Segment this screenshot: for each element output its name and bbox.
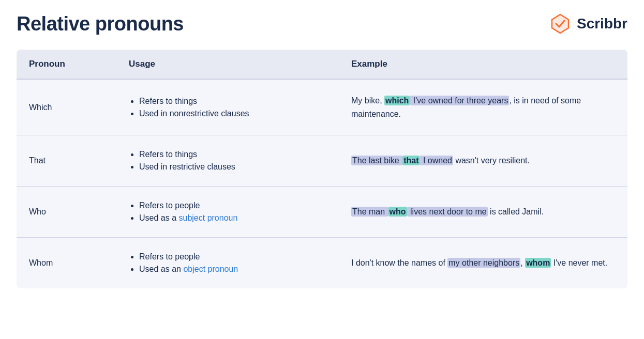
logo-area: Scribbr bbox=[549, 12, 627, 35]
col-header-usage: Usage bbox=[116, 50, 339, 79]
table-row: That Refers to things Used in restrictiv… bbox=[17, 135, 627, 187]
table-row: Which Refers to things Used in nonrestri… bbox=[17, 79, 627, 135]
table-row: Whom Refers to people Used as an object … bbox=[17, 238, 627, 289]
table-header: Pronoun Usage Example bbox=[17, 50, 627, 79]
usage-item: Used as an object pronoun bbox=[139, 265, 326, 274]
header: Relative pronouns Scribbr bbox=[17, 12, 627, 35]
usage-item: Used as a subject pronoun bbox=[139, 213, 326, 223]
usage-item: Refers to people bbox=[139, 252, 326, 261]
highlight-who: who bbox=[388, 207, 407, 217]
usage-who: Refers to people Used as a subject prono… bbox=[116, 187, 339, 238]
highlight-clause-that-2: I owned bbox=[420, 156, 453, 165]
usage-whom: Refers to people Used as an object prono… bbox=[116, 238, 339, 289]
usage-item: Refers to things bbox=[139, 97, 326, 106]
highlight-clause-that-1: The last bike bbox=[351, 156, 402, 165]
usage-item: Used in restrictive clauses bbox=[139, 162, 326, 172]
example-which: My bike, which I've owned for three year… bbox=[339, 79, 627, 135]
highlight-which: which bbox=[384, 96, 410, 105]
example-who: The man who lives next door to me is cal… bbox=[339, 187, 627, 238]
col-header-example: Example bbox=[339, 50, 627, 79]
example-whom: I don't know the names of my other neigh… bbox=[339, 238, 627, 289]
pronoun-which: Which bbox=[17, 79, 116, 135]
pronoun-who: Who bbox=[17, 187, 116, 238]
scribbr-logo-icon bbox=[549, 12, 572, 35]
pronoun-that: That bbox=[17, 135, 116, 187]
usage-item: Refers to things bbox=[139, 150, 326, 159]
table-container: Pronoun Usage Example Which Refers to th… bbox=[17, 50, 627, 288]
object-pronoun-link[interactable]: object pronoun bbox=[183, 265, 238, 273]
highlight-clause-which: I've owned for three years bbox=[410, 96, 509, 105]
main-table: Pronoun Usage Example Which Refers to th… bbox=[17, 50, 627, 288]
usage-which: Refers to things Used in nonrestrictive … bbox=[116, 79, 339, 135]
usage-item: Used in nonrestrictive clauses bbox=[139, 109, 326, 118]
table-row: Who Refers to people Used as a subject p… bbox=[17, 187, 627, 238]
svg-marker-0 bbox=[552, 14, 568, 33]
highlight-that: that bbox=[402, 156, 420, 165]
example-that: The last bike that I owned wasn't very r… bbox=[339, 135, 627, 187]
usage-item: Refers to people bbox=[139, 201, 326, 210]
highlight-whom: whom bbox=[525, 258, 551, 268]
pronoun-whom: Whom bbox=[17, 238, 116, 289]
subject-pronoun-link[interactable]: subject pronoun bbox=[178, 213, 237, 222]
highlight-clause-who-2: lives next door to me bbox=[407, 207, 488, 217]
header-row: Pronoun Usage Example bbox=[17, 50, 627, 79]
highlight-clause-who-1: The man bbox=[351, 207, 388, 217]
page-container: Relative pronouns Scribbr Pronoun Usage … bbox=[0, 0, 644, 305]
logo-text: Scribbr bbox=[577, 16, 627, 32]
col-header-pronoun: Pronoun bbox=[17, 50, 116, 79]
highlight-clause-whom-1: my other neighbors bbox=[447, 258, 520, 268]
usage-that: Refers to things Used in restrictive cla… bbox=[116, 135, 339, 187]
page-title: Relative pronouns bbox=[17, 13, 184, 35]
table-body: Which Refers to things Used in nonrestri… bbox=[17, 79, 627, 288]
